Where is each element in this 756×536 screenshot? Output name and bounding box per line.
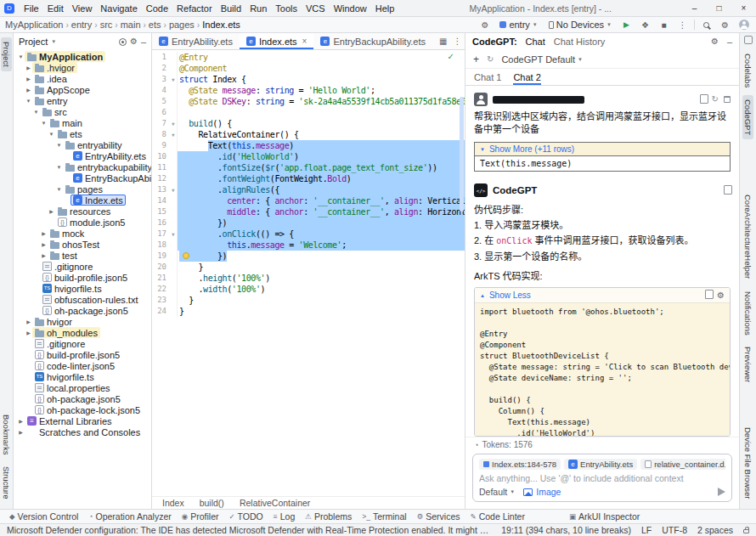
menu-code[interactable]: Code <box>142 3 172 14</box>
split-editor-icon[interactable]: ▦ <box>439 37 447 46</box>
menu-view[interactable]: View <box>68 3 97 14</box>
menu-run[interactable]: Run <box>245 3 271 14</box>
tree-item-hvigorfile-ts[interactable]: TShvigorfile.ts <box>14 371 151 382</box>
delete-icon[interactable] <box>724 96 731 103</box>
tree-item-entrybackupability-ets[interactable]: eEntryBackupAbility.ets <box>14 172 151 183</box>
tree-item-mock[interactable]: ▶mock <box>14 228 151 239</box>
tree-item-oh-package-json5[interactable]: {}oh-package.json5 <box>14 393 151 404</box>
attach-image-button[interactable]: Image <box>523 487 561 497</box>
code-line-21[interactable]: 21 .height('100%') <box>152 273 465 284</box>
tree-toggle-icon[interactable]: ▼ <box>17 54 25 59</box>
tool-window-button-profiler[interactable]: ◉Profiler <box>178 511 223 523</box>
tree-item-resources[interactable]: ▶resources <box>14 206 151 217</box>
tree-item-src[interactable]: ▼src <box>14 106 151 117</box>
code-line-13[interactable]: 13▼ .alignRules({ <box>152 184 465 195</box>
debug-button[interactable]: ❖ <box>638 18 652 31</box>
indent-style[interactable]: 2 spaces <box>697 525 733 535</box>
chat-tab-chat-1[interactable]: Chat 1 <box>474 69 501 85</box>
tree-toggle-icon[interactable]: ▶ <box>40 230 48 236</box>
history-icon[interactable]: ↻ <box>487 55 494 64</box>
chat-input[interactable] <box>479 473 725 483</box>
tree-item-pages[interactable]: ▼pages <box>14 183 151 195</box>
chat-input-box[interactable]: Index.ets:184-578eEntryAbility.etsrelati… <box>472 454 732 502</box>
code-line-10[interactable]: 10 .id('HelloWorld') <box>152 151 465 162</box>
breadcrumb-item-build[interactable]: build() <box>200 498 224 508</box>
tab-chat[interactable]: Chat <box>526 37 545 47</box>
tool-tab-bookmarks[interactable]: Bookmarks <box>1 410 12 460</box>
project-view-selector[interactable]: Project <box>19 37 48 47</box>
code-line-9[interactable]: 9 Text(this.message) <box>152 140 465 151</box>
code-editor[interactable]: 1@Entry2@Component3▼struct Index {4 @Sta… <box>152 50 465 496</box>
code-line-22[interactable]: 22 .width('100%') <box>152 284 465 295</box>
editor-tab-entryability-ets[interactable]: eEntryAbility.ets <box>152 33 240 49</box>
tree-item-gitignore[interactable]: .gitignore <box>14 261 151 272</box>
minimize-button[interactable]: – <box>682 0 707 16</box>
menu-refactor[interactable]: Refactor <box>172 3 217 14</box>
profile-selector[interactable]: CodeGPT Default▼ <box>501 54 583 65</box>
copy-icon[interactable] <box>724 187 731 195</box>
status-message[interactable]: Microsoft Defender configuration: The ID… <box>7 525 491 535</box>
tab-chat-history[interactable]: Chat History <box>554 37 606 47</box>
tool-window-button-todo[interactable]: ✓TODO <box>224 511 267 523</box>
more-tools-icon[interactable]: ⋮ <box>675 18 690 31</box>
close-tab-icon[interactable]: × <box>302 37 307 46</box>
code-line-16[interactable]: 16 }) <box>152 217 465 229</box>
close-button[interactable]: × <box>731 0 756 16</box>
tree-item-main[interactable]: ▼main <box>14 117 151 128</box>
locate-file-icon[interactable] <box>119 38 127 46</box>
tree-toggle-icon[interactable]: ▶ <box>25 319 32 324</box>
tool-window-button-log[interactable]: ≡Log <box>269 511 300 523</box>
maximize-button[interactable]: □ <box>707 0 731 16</box>
tree-toggle-icon[interactable]: ▶ <box>25 65 32 71</box>
tree-toggle-icon[interactable]: ▶ <box>25 330 32 336</box>
tree-item-code-linter-json5[interactable]: {}code-linter.json5 <box>14 360 151 371</box>
tree-item-test[interactable]: ▶test <box>14 250 151 261</box>
code-line-15[interactable]: 15 middle: { anchor: '__container__', al… <box>152 206 465 217</box>
show-less-toggle[interactable]: Show Less <box>489 291 531 300</box>
menu-tools[interactable]: Tools <box>271 3 302 14</box>
tool-window-button-terminal[interactable]: >_Terminal <box>358 511 410 523</box>
lock-icon[interactable] <box>743 529 749 533</box>
tool-tab-previewer[interactable]: Previewer <box>742 342 753 386</box>
tree-item-oh-package-json5[interactable]: {}oh-package.json5 <box>14 305 151 316</box>
fold-marker-icon[interactable]: ▼ <box>169 184 178 195</box>
menu-build[interactable]: Build <box>217 3 245 14</box>
breadcrumb-item-ets[interactable]: ets <box>149 20 161 30</box>
tree-toggle-icon[interactable]: ▶ <box>25 87 32 93</box>
tree-item-hvigor[interactable]: ▶.hvigor <box>14 62 151 73</box>
tree-item-entry[interactable]: ▼entry <box>14 95 151 106</box>
tool-tab-codelabs[interactable]: Codelabs <box>742 49 753 92</box>
code-line-12[interactable]: 12 .fontWeight(FontWeight.Bold) <box>152 173 465 184</box>
tree-toggle-icon[interactable]: ▼ <box>40 121 48 126</box>
tree-toggle-icon[interactable]: ▼ <box>55 187 63 192</box>
gear-icon[interactable]: ⚙ <box>130 37 138 46</box>
tree-toggle-icon[interactable]: ▼ <box>48 132 55 137</box>
editor-tab-entrybackupability-ets[interactable]: eEntryBackupAbility.ets <box>313 33 432 49</box>
tool-window-button-version-control[interactable]: ◆Version Control <box>5 511 82 523</box>
code-line-8[interactable]: 8▼ RelativeContainer() { <box>152 129 465 140</box>
fold-marker-icon[interactable]: ▼ <box>169 118 178 129</box>
more-options-icon[interactable]: ⋮ <box>454 37 462 46</box>
device-manager-icon[interactable]: ⚙ <box>477 18 492 31</box>
tree-item-ohostest[interactable]: ▶ohosTest <box>14 239 151 250</box>
menu-window[interactable]: Window <box>330 3 371 14</box>
tool-windows-icon[interactable] <box>744 36 753 44</box>
breadcrumb-item-main[interactable]: main <box>121 20 141 30</box>
code-line-7[interactable]: 7▼ build() { <box>152 118 465 129</box>
tool-tab-corearchitecturehelper[interactable]: CoreArchitectureHelper <box>742 190 753 283</box>
breadcrumb-item-index-ets[interactable]: Index.ets <box>202 20 240 30</box>
tree-item-external-libraries[interactable]: ▶≡External Libraries <box>14 415 151 426</box>
gear-icon[interactable]: ⚙ <box>711 37 719 46</box>
context-chip-index-ets-184-578[interactable]: Index.ets:184-578 <box>479 459 561 470</box>
tree-item-idea[interactable]: ▶.idea <box>14 73 151 84</box>
tree-toggle-icon[interactable]: ▼ <box>55 165 63 170</box>
tree-item-oh-package-lock-json5[interactable]: {}oh-package-lock.json5 <box>14 404 151 415</box>
menu-vcs[interactable]: VCS <box>302 3 330 14</box>
menu-file[interactable]: File <box>20 3 43 14</box>
tree-item-scratches-and-consoles[interactable]: ▶Scratches and Consoles <box>14 426 151 437</box>
code-line-1[interactable]: 1@Entry <box>152 52 465 63</box>
tool-tab-device-file-browser[interactable]: Device File Browser <box>742 423 753 503</box>
chat-tab-chat-2[interactable]: Chat 2 <box>513 69 540 85</box>
tree-toggle-icon[interactable]: ▶ <box>48 208 55 214</box>
menu-navigate[interactable]: Navigate <box>96 3 141 14</box>
